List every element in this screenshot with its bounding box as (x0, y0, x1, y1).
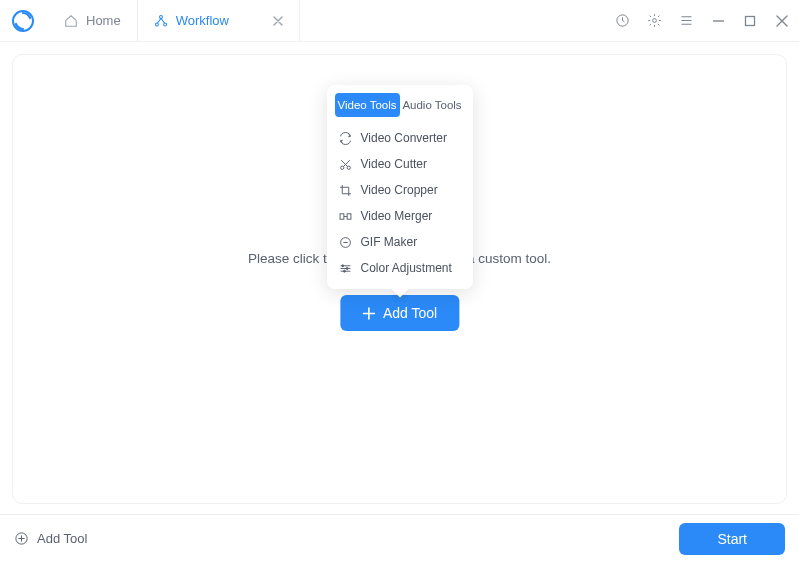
tool-video-cutter[interactable]: Video Cutter (335, 151, 465, 177)
titlebar: Home Workflow (0, 0, 799, 42)
svg-rect-9 (340, 213, 344, 218)
tool-label: Video Cropper (361, 183, 438, 197)
close-icon[interactable] (273, 16, 283, 26)
color-icon (339, 261, 353, 275)
svg-point-14 (343, 270, 345, 272)
main-content: Please click the button below to add a c… (12, 54, 787, 504)
svg-point-5 (652, 19, 656, 23)
minimize-icon[interactable] (709, 12, 727, 30)
tool-gif-maker[interactable]: GIF Maker (335, 229, 465, 255)
start-button[interactable]: Start (679, 523, 785, 555)
tab-workflow[interactable]: Workflow (137, 0, 300, 41)
crop-icon (339, 183, 353, 197)
tool-popover: Video Tools Audio Tools Video Converter … (327, 85, 473, 289)
menu-icon[interactable] (677, 12, 695, 30)
svg-point-12 (342, 264, 344, 266)
svg-rect-6 (746, 16, 755, 25)
tool-video-converter[interactable]: Video Converter (335, 125, 465, 151)
settings-icon[interactable] (645, 12, 663, 30)
window-controls (613, 12, 791, 30)
tool-label: Video Converter (361, 131, 448, 145)
popover-tabs: Video Tools Audio Tools (335, 93, 465, 117)
add-tool-label: Add Tool (383, 305, 437, 321)
tab-home[interactable]: Home (48, 0, 137, 41)
tool-label: Video Cutter (361, 157, 428, 171)
tool-video-merger[interactable]: Video Merger (335, 203, 465, 229)
svg-point-1 (159, 15, 162, 18)
tool-label: Color Adjustment (361, 261, 452, 275)
close-window-icon[interactable] (773, 12, 791, 30)
app-logo (12, 10, 34, 32)
tab-strip: Home Workflow (48, 0, 613, 41)
svg-point-3 (163, 23, 166, 26)
plus-circle-icon (14, 531, 29, 546)
tool-label: GIF Maker (361, 235, 418, 249)
cut-icon (339, 157, 353, 171)
workflow-icon (154, 14, 168, 28)
convert-icon (339, 131, 353, 145)
tool-color-adjustment[interactable]: Color Adjustment (335, 255, 465, 281)
bottom-bar: Add Tool Start (0, 514, 799, 562)
maximize-icon[interactable] (741, 12, 759, 30)
plus-icon (362, 307, 375, 320)
svg-point-13 (346, 267, 348, 269)
bottom-add-label: Add Tool (37, 531, 87, 546)
history-icon[interactable] (613, 12, 631, 30)
popover-tab-video[interactable]: Video Tools (335, 93, 400, 117)
tool-label: Video Merger (361, 209, 433, 223)
tool-video-cropper[interactable]: Video Cropper (335, 177, 465, 203)
popover-tab-audio[interactable]: Audio Tools (400, 93, 465, 117)
add-tool-button[interactable]: Add Tool (340, 295, 459, 331)
tab-label: Home (86, 13, 121, 28)
gif-icon (339, 235, 353, 249)
bottom-add-tool-button[interactable]: Add Tool (14, 531, 87, 546)
merge-icon (339, 209, 353, 223)
home-icon (64, 14, 78, 28)
svg-rect-10 (347, 213, 351, 218)
svg-point-2 (155, 23, 158, 26)
tab-label: Workflow (176, 13, 229, 28)
